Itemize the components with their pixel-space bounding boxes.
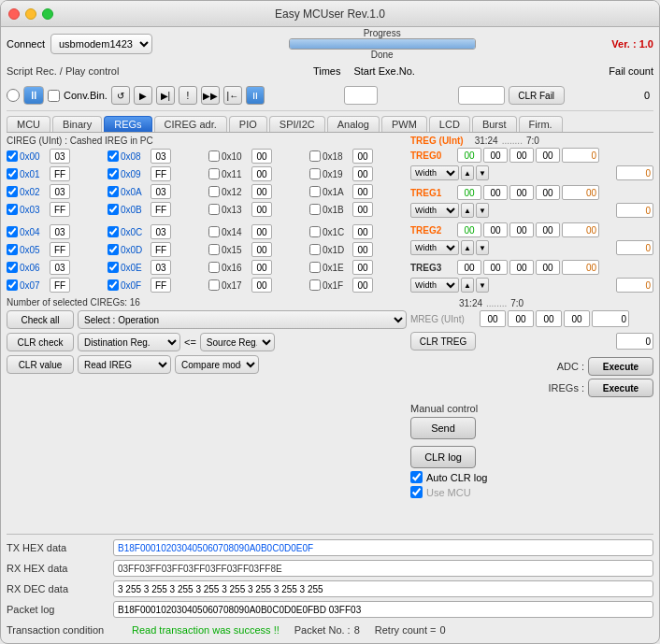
treg0-sum2[interactable]	[616, 165, 653, 180]
reg-check-0x07[interactable]	[7, 279, 18, 291]
reg-check-0x12[interactable]	[208, 186, 220, 197]
treg1-val3[interactable]	[536, 185, 560, 200]
reg-check-0x0D[interactable]	[108, 244, 119, 255]
reg-check-0x00[interactable]	[7, 150, 18, 162]
reg-val-0x0E[interactable]	[151, 260, 171, 275]
treg2-width[interactable]: Width	[410, 240, 459, 255]
reg-val-0x0B[interactable]	[151, 202, 171, 217]
step-button[interactable]: ▶|	[156, 86, 175, 105]
reg-val-0x08[interactable]	[151, 149, 171, 164]
source-reg-dropdown[interactable]: Source Reg.	[200, 333, 275, 351]
restart-button[interactable]: ↺	[111, 86, 130, 105]
reg-val-0x1E[interactable]	[352, 260, 373, 275]
reg-check-0x19[interactable]	[309, 168, 321, 179]
reg-check-0x0E[interactable]	[108, 262, 119, 273]
convbin-checkbox[interactable]	[48, 90, 60, 102]
reg-val-0x10[interactable]	[251, 149, 272, 164]
reg-val-0x09[interactable]	[151, 166, 171, 181]
treg1-val0[interactable]	[457, 185, 481, 200]
reg-val-0x0A[interactable]	[151, 184, 171, 199]
reg-check-0x0F[interactable]	[108, 279, 119, 291]
treg0-val3[interactable]	[536, 148, 560, 163]
treg1-spin-up[interactable]: ▲	[461, 203, 474, 218]
treg0-spin-dn[interactable]: ▼	[476, 165, 489, 180]
reg-val-0x16[interactable]	[251, 260, 272, 275]
reg-check-0x13[interactable]	[208, 204, 220, 215]
reg-val-0x0F[interactable]	[151, 278, 171, 293]
reg-val-0x11[interactable]	[251, 166, 272, 181]
treg1-sum2[interactable]	[616, 203, 653, 218]
reg-val-0x0D[interactable]	[151, 242, 171, 257]
times-input[interactable]: 10	[344, 86, 378, 105]
reg-val-0x12[interactable]	[251, 184, 272, 199]
clr-value-button[interactable]: CLR value	[7, 355, 74, 374]
bang-button[interactable]: !	[179, 86, 197, 105]
treg1-sum[interactable]	[562, 185, 599, 200]
reg-check-0x18[interactable]	[309, 150, 321, 162]
treg3-val0[interactable]	[457, 260, 481, 275]
mreg-val1[interactable]	[508, 310, 534, 327]
treg3-spin-up[interactable]: ▲	[461, 278, 474, 293]
next-button[interactable]: ▶▶	[201, 86, 220, 105]
reg-check-0x10[interactable]	[208, 150, 220, 162]
treg1-val2[interactable]	[509, 185, 534, 200]
reg-val-0x1A[interactable]	[352, 184, 373, 199]
clr-log-button[interactable]: CLR log	[410, 446, 476, 468]
reg-val-0x07[interactable]	[50, 278, 70, 293]
select-operation-dropdown[interactable]: Select : Operation	[78, 310, 407, 329]
treg0-val0[interactable]	[457, 148, 481, 163]
treg2-val0[interactable]	[457, 222, 481, 237]
reg-check-0x06[interactable]	[7, 262, 18, 273]
reg-val-0x01[interactable]	[50, 166, 70, 181]
reg-check-0x1B[interactable]	[309, 204, 321, 215]
treg2-val3[interactable]	[536, 222, 560, 237]
treg3-sum[interactable]	[562, 260, 599, 275]
reg-val-0x14[interactable]	[251, 224, 272, 239]
send-button[interactable]: Send	[410, 417, 476, 439]
reg-val-0x13[interactable]	[251, 202, 272, 217]
tab-analog[interactable]: Analog	[327, 116, 380, 132]
mreg-val0[interactable]	[480, 310, 506, 327]
tab-mcu[interactable]: MCU	[7, 116, 50, 132]
treg2-val2[interactable]	[509, 222, 534, 237]
treg2-val1[interactable]	[483, 222, 508, 237]
reg-check-0x16[interactable]	[208, 262, 220, 273]
reg-val-0x00[interactable]	[50, 149, 70, 164]
pause-button[interactable]: ⏸	[23, 86, 44, 105]
check-all-button[interactable]: Check all	[7, 310, 74, 329]
record-radio[interactable]	[7, 89, 20, 102]
reg-check-0x11[interactable]	[208, 168, 220, 179]
reg-check-0x1C[interactable]	[309, 226, 321, 237]
adc-execute-button[interactable]: Execute	[588, 357, 653, 376]
treg1-spin-dn[interactable]: ▼	[476, 203, 489, 218]
treg3-sum2[interactable]	[616, 278, 653, 293]
reg-check-0x17[interactable]	[208, 279, 220, 291]
treg3-val1[interactable]	[483, 260, 508, 275]
connect-select[interactable]: usbmodem1423	[50, 34, 152, 54]
reg-val-0x18[interactable]	[352, 149, 373, 164]
compare-mode-dropdown[interactable]: Compare mode	[175, 355, 259, 374]
tab-binary[interactable]: Binary	[52, 116, 102, 132]
tab-spi-i2c[interactable]: SPI/I2C	[269, 116, 325, 132]
treg2-sum2[interactable]	[616, 240, 653, 255]
tab-firm[interactable]: Firm.	[519, 116, 563, 132]
treg3-val2[interactable]	[509, 260, 534, 275]
clr-fail-button[interactable]: CLR Fail	[509, 86, 565, 105]
treg0-spin-up[interactable]: ▲	[461, 165, 474, 180]
reg-val-0x04[interactable]	[50, 224, 70, 239]
treg2-spin-up[interactable]: ▲	[461, 240, 474, 255]
reg-check-0x1D[interactable]	[309, 244, 321, 255]
reg-check-0x0C[interactable]	[108, 226, 119, 237]
reg-val-0x1C[interactable]	[352, 224, 373, 239]
clr-treg-button[interactable]: CLR TREG	[410, 332, 476, 351]
tab-burst[interactable]: Burst	[472, 116, 517, 132]
reg-check-0x08[interactable]	[108, 150, 119, 162]
reg-check-0x03[interactable]	[7, 204, 18, 215]
mreg-val3[interactable]	[564, 310, 590, 327]
clr-check-button[interactable]: CLR check	[7, 333, 74, 351]
reg-check-0x1E[interactable]	[309, 262, 321, 273]
reg-val-0x03[interactable]	[50, 202, 70, 217]
tab-pwm[interactable]: PWM	[381, 116, 427, 132]
maximize-button[interactable]	[42, 8, 53, 20]
reg-val-0x05[interactable]	[50, 242, 70, 257]
